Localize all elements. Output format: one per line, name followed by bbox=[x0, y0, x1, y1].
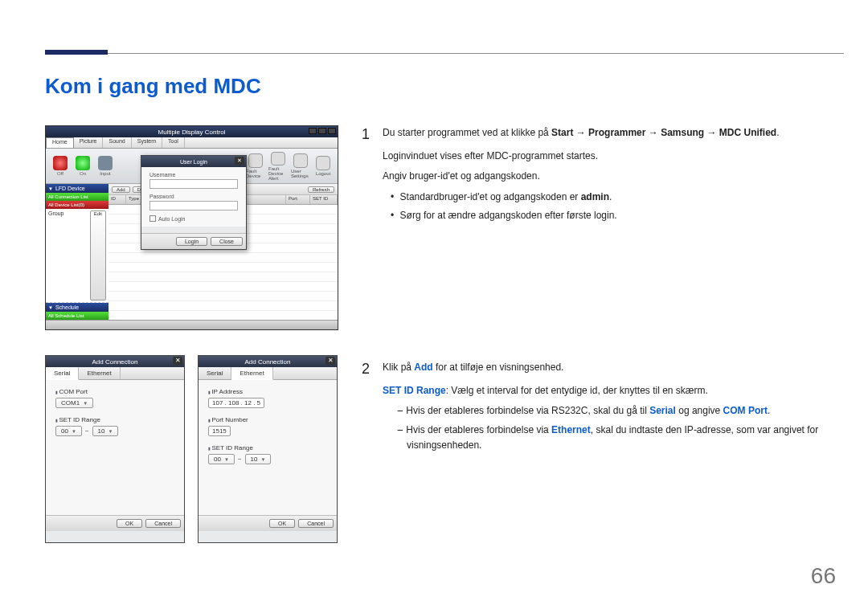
close-icon[interactable]: ✕ bbox=[235, 157, 244, 165]
step1-sub2: Angiv bruger-id'et og adgangskoden. bbox=[383, 169, 836, 184]
tool-fault-alert[interactable]: Fault Device Alert bbox=[268, 152, 288, 181]
mdc-titlebar: Multiple Display Control bbox=[46, 126, 338, 137]
tool-off[interactable]: Off bbox=[51, 152, 70, 181]
ip-label: IP Address bbox=[208, 388, 327, 395]
com-port-select[interactable]: COM1▼ bbox=[55, 398, 93, 408]
tab-serial[interactable]: Serial bbox=[46, 367, 79, 380]
login-titlebar: User Login ✕ bbox=[141, 156, 246, 167]
page-title: Kom i gang med MDC bbox=[45, 74, 261, 99]
step2-dash1: Hvis der etableres forbindelse via RS232… bbox=[397, 403, 836, 419]
close-button[interactable]: Close bbox=[211, 237, 243, 246]
minimize-icon[interactable] bbox=[309, 128, 317, 134]
port-label: Port Number bbox=[208, 416, 327, 423]
refresh-button[interactable]: Refresh bbox=[308, 186, 334, 193]
checkbox-icon bbox=[149, 215, 156, 222]
window-buttons bbox=[309, 128, 336, 134]
chevron-down-icon: ▼ bbox=[48, 305, 53, 310]
setid-from[interactable]: 00▼ bbox=[55, 426, 82, 436]
auto-login[interactable]: Auto Login bbox=[149, 215, 238, 222]
step-number: 2 bbox=[362, 358, 370, 381]
sidebar-group[interactable]: GroupEdit bbox=[46, 209, 108, 303]
step1-bullet1: Standardbruger-id'et og adgangskoden er … bbox=[391, 190, 836, 205]
sidebar-lfd-header[interactable]: ▼LFD Device bbox=[46, 184, 108, 193]
menu-picture[interactable]: Picture bbox=[74, 137, 104, 148]
tool-logout[interactable]: Logout bbox=[313, 152, 333, 181]
power-off-icon bbox=[53, 156, 68, 170]
tab-row: Serial Ethernet bbox=[199, 367, 337, 380]
step1-bullet2: Sørg for at ændre adgangskoden efter før… bbox=[391, 208, 836, 223]
menu-home[interactable]: Home bbox=[46, 137, 74, 148]
port-input[interactable]: 1515 bbox=[208, 426, 231, 436]
tool-input[interactable]: Input bbox=[96, 152, 115, 181]
ok-button[interactable]: OK bbox=[117, 519, 142, 528]
cancel-button[interactable]: Cancel bbox=[145, 519, 181, 528]
status-bar bbox=[46, 320, 338, 329]
tab-ethernet[interactable]: Ethernet bbox=[231, 367, 272, 380]
com-port-label: COM Port bbox=[55, 388, 174, 395]
login-dialog: User Login ✕ Username Password Auto Logi… bbox=[141, 155, 247, 250]
col-port: Port bbox=[286, 195, 310, 204]
chevron-down-icon: ▼ bbox=[260, 457, 265, 462]
login-button[interactable]: Login bbox=[176, 237, 207, 246]
menu-tool[interactable]: Tool bbox=[162, 137, 185, 148]
sidebar-all-schedule[interactable]: All Schedule List bbox=[46, 312, 108, 320]
close-icon[interactable]: ✕ bbox=[326, 357, 335, 365]
password-input[interactable] bbox=[149, 201, 238, 210]
tool-fault-device[interactable]: Fault Device bbox=[246, 152, 265, 181]
close-icon[interactable] bbox=[328, 128, 336, 134]
tool-on[interactable]: On bbox=[73, 152, 92, 181]
header-rule-accent bbox=[45, 50, 108, 55]
step2-lead: Klik på Add for at tilføje en visningsen… bbox=[383, 360, 836, 375]
tilde: ~ bbox=[85, 427, 89, 435]
password-field: Password bbox=[149, 194, 238, 210]
step2-range: SET ID Range: Vælg et interval for det e… bbox=[383, 383, 836, 398]
chevron-down-icon: ▼ bbox=[83, 401, 88, 406]
mdc-menubar: Home Picture Sound System Tool bbox=[46, 137, 338, 149]
mdc-main-window: Multiple Display Control Home Picture So… bbox=[45, 125, 338, 330]
menu-sound[interactable]: Sound bbox=[103, 137, 131, 148]
step-1: 1 Du starter programmet ved at klikke på… bbox=[362, 125, 836, 227]
dialog-title: Add Connection ✕ bbox=[199, 356, 337, 367]
fault-device-icon bbox=[248, 153, 263, 168]
close-icon[interactable]: ✕ bbox=[173, 357, 182, 365]
fault-alert-icon bbox=[271, 152, 285, 166]
step1-sub1: Loginvinduet vises efter MDC-programmet … bbox=[383, 149, 836, 164]
add-connection-ethernet: Add Connection ✕ Serial Ethernet IP Addr… bbox=[198, 355, 338, 543]
username-field: Username bbox=[149, 172, 238, 189]
step-number: 1 bbox=[362, 123, 370, 146]
chevron-down-icon: ▼ bbox=[108, 429, 113, 434]
sidebar-all-device[interactable]: All Device List(0) bbox=[46, 201, 108, 209]
setid-to[interactable]: 10▼ bbox=[245, 454, 272, 464]
dialog-title: Add Connection ✕ bbox=[46, 356, 184, 367]
step2-dash2: Hvis der etableres forbindelse via Ether… bbox=[397, 423, 836, 453]
tab-row: Serial Ethernet bbox=[46, 367, 184, 380]
chevron-down-icon: ▼ bbox=[72, 429, 76, 434]
step-2: 2 Klik på Add for at tilføje en visnings… bbox=[362, 360, 836, 456]
cancel-button[interactable]: Cancel bbox=[298, 519, 334, 528]
ip-input[interactable]: 107 . 108 . 12 . 5 bbox=[208, 398, 264, 408]
ok-button[interactable]: OK bbox=[269, 519, 295, 528]
setid-from[interactable]: 00▼ bbox=[208, 454, 235, 464]
setid-label: SET ID Range bbox=[55, 416, 174, 423]
logout-icon bbox=[316, 156, 330, 170]
tab-ethernet[interactable]: Ethernet bbox=[79, 367, 120, 379]
page-number: 66 bbox=[811, 563, 836, 589]
tab-serial[interactable]: Serial bbox=[199, 367, 231, 379]
header-rule bbox=[45, 53, 844, 54]
step1-lead: Du starter programmet ved at klikke på S… bbox=[383, 125, 836, 141]
tilde: ~ bbox=[238, 456, 242, 463]
sidebar-schedule-header[interactable]: ▼Schedule bbox=[46, 303, 108, 312]
maximize-icon[interactable] bbox=[318, 128, 326, 134]
menu-system[interactable]: System bbox=[132, 137, 162, 148]
mdc-title: Multiple Display Control bbox=[158, 129, 225, 136]
power-on-icon bbox=[76, 156, 90, 170]
edit-button[interactable]: Edit bbox=[90, 210, 106, 300]
username-input[interactable] bbox=[149, 179, 238, 189]
add-button[interactable]: Add bbox=[112, 186, 130, 193]
mdc-sidebar: ▼LFD Device All Connection List All Devi… bbox=[46, 184, 108, 320]
user-settings-icon bbox=[293, 153, 308, 168]
tool-user-settings[interactable]: User Settings bbox=[291, 152, 310, 181]
sidebar-all-conn[interactable]: All Connection List bbox=[46, 193, 108, 201]
setid-to[interactable]: 10▼ bbox=[92, 426, 119, 436]
setid-label: SET ID Range bbox=[208, 444, 327, 452]
